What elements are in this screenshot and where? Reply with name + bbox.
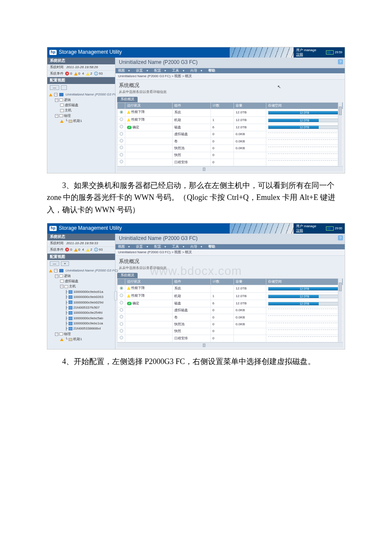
col-space[interactable]: 存储空间	[266, 102, 343, 109]
menu-config[interactable]: 配置 ▾	[154, 245, 169, 249]
row-radio[interactable]	[120, 110, 123, 114]
overview-tab[interactable]: 系统概况	[117, 97, 138, 102]
info-icon: i	[94, 72, 98, 75]
col-space[interactable]: 存储空间	[266, 278, 343, 285]
menu-config[interactable]: 配置 ▾	[154, 69, 169, 72]
minus-icon[interactable]: −	[55, 114, 58, 118]
col-count[interactable]: 计数	[210, 278, 234, 285]
tree-root[interactable]: − Uninitialized Name (P2000 G3 FC)	[49, 268, 113, 273]
menu-view[interactable]: 视图 ▾	[118, 69, 133, 72]
row-radio[interactable]	[120, 146, 123, 149]
table-row[interactable]: 性能下降系统12.0TB12.0TB	[118, 109, 343, 117]
tree-host-item[interactable]: ├ 10000000c9eb0263	[49, 295, 113, 300]
table-row[interactable]: 日程安排0	[118, 335, 343, 342]
overview-tab[interactable]: 系统概况	[117, 273, 138, 278]
row-radio[interactable]	[120, 132, 123, 136]
row-radio[interactable]	[120, 139, 123, 142]
tree-host-item[interactable]: ├ 10000000c9ebc1ca	[49, 321, 113, 326]
menu-view[interactable]: 视图 ▾	[118, 245, 133, 249]
tree-host-item[interactable]: ├ 10000000c9ebc5ab	[49, 316, 113, 321]
tree-logic[interactable]: −逻辑	[49, 98, 113, 103]
vertical-scrollbar[interactable]	[338, 278, 342, 342]
menu-provision[interactable]: 设置 ▾	[136, 245, 150, 249]
logout-link[interactable]: 注销	[296, 228, 303, 232]
menu-help[interactable]: 帮助	[208, 245, 215, 249]
col-count[interactable]: 计数	[210, 102, 234, 109]
col-capacity[interactable]: 容量	[234, 278, 266, 285]
usage-bar	[268, 330, 341, 333]
col-component[interactable]: 组件	[173, 102, 210, 109]
tree-host-item[interactable]: ├ 10000000c9e254fd	[49, 310, 113, 315]
tree-physical[interactable]: −物理	[49, 113, 113, 119]
tree-host[interactable]: −主机	[49, 284, 113, 289]
row-radio[interactable]	[120, 160, 123, 163]
table-row[interactable]: 虚拟磁盘00.0KB	[118, 131, 343, 138]
tree-vdisk[interactable]: 虚拟磁盘	[49, 103, 113, 108]
help-icon[interactable]: ?	[338, 59, 343, 64]
col-health[interactable]: 运行状况	[125, 102, 173, 109]
tree-root[interactable]: − Uninitialized Name (P2000 G3 FC)	[49, 92, 113, 97]
tree-host[interactable]: 主机	[49, 108, 113, 113]
tree-physical[interactable]: −物理	[49, 332, 113, 337]
menu-tools[interactable]: 工具 ▾	[172, 245, 187, 249]
tree-host-item[interactable]: ├ 21fd005337fc507	[49, 305, 113, 310]
menu-provision[interactable]: 设置 ▾	[136, 69, 150, 72]
menu-wizard[interactable]: 向导 ▾	[190, 245, 205, 249]
row-radio[interactable]	[120, 308, 123, 312]
row-radio[interactable]	[120, 315, 123, 318]
table-row[interactable]: 确定磁盘612.0TB12.0TB	[118, 124, 343, 131]
tree-vdisk[interactable]: 虚拟磁盘	[49, 279, 113, 284]
row-radio[interactable]	[120, 322, 123, 326]
logout-link[interactable]: 注销	[296, 52, 303, 56]
tree-enclosure[interactable]: └ 机箱1	[49, 337, 113, 342]
minus-icon[interactable]: −	[54, 269, 58, 272]
menu-help[interactable]: 帮助	[208, 69, 215, 72]
usage-bar	[268, 309, 341, 312]
col-component[interactable]: 组件	[173, 278, 210, 285]
minus-icon[interactable]: −	[55, 332, 58, 336]
collapse-all-button[interactable]: —	[50, 85, 59, 90]
row-radio[interactable]	[120, 118, 123, 121]
table-row[interactable]: 虚拟磁盘00.0KB	[118, 307, 343, 314]
row-radio[interactable]	[120, 125, 123, 128]
horizontal-scrollbar[interactable]	[117, 166, 343, 171]
horizontal-scrollbar[interactable]	[117, 342, 343, 347]
menu-wizard[interactable]: 向导 ▾	[190, 69, 205, 72]
collapse-all-button[interactable]: —	[50, 261, 59, 266]
table-row[interactable]: 快照池00.0KB	[118, 145, 343, 152]
minus-icon[interactable]: −	[55, 98, 58, 102]
table-row[interactable]: 卷00.0KB	[118, 138, 343, 145]
row-radio[interactable]	[120, 294, 123, 297]
table-row[interactable]: 快照池00.0KB	[118, 321, 343, 328]
minus-icon[interactable]: −	[60, 285, 63, 288]
tree-host-item[interactable]: ├ 10000000c9eb029d	[49, 300, 113, 305]
expand-all-button[interactable]	[61, 85, 67, 90]
table-row[interactable]: 日程安排0	[118, 159, 343, 166]
tree-host-item[interactable]: ├ 10000000c9ebc61a	[49, 289, 113, 295]
system-events-row[interactable]: 系统事件 ✕ 0 0 4 2 i 93	[47, 247, 115, 253]
expand-all-button[interactable]: +	[61, 261, 69, 266]
tree-logic[interactable]: −逻辑	[49, 274, 113, 279]
table-row[interactable]: 性能下降机箱112.0TB12.0TB	[118, 116, 343, 124]
minus-icon[interactable]: −	[55, 275, 58, 278]
table-row[interactable]: 确定磁盘612.0TB12.0TB	[118, 300, 343, 307]
table-row[interactable]: 性能下降机箱112.0TB12.0TB	[118, 292, 343, 300]
row-radio[interactable]	[120, 286, 123, 290]
table-row[interactable]: 性能下降系统12.0TB12.0TB	[118, 285, 343, 293]
row-radio[interactable]	[120, 336, 123, 339]
system-events-row[interactable]: 系统事件 ✕ 0 0 4 2 i 93	[47, 71, 115, 77]
table-row[interactable]: 卷00.0KB	[118, 314, 343, 321]
menu-tools[interactable]: 工具 ▾	[172, 69, 187, 72]
row-radio[interactable]	[120, 153, 123, 156]
row-radio[interactable]	[120, 301, 123, 304]
table-row[interactable]: 快照0	[118, 152, 343, 159]
row-radio[interactable]	[120, 329, 123, 332]
help-icon[interactable]: ?	[338, 235, 343, 240]
col-capacity[interactable]: 容量	[234, 102, 266, 109]
tree-enclosure[interactable]: └ 机箱1	[49, 119, 113, 124]
vertical-scrollbar[interactable]	[338, 102, 342, 166]
tree-host-item[interactable]: ├ 21fd005338668bd	[49, 326, 113, 331]
col-health[interactable]: 运行状况	[125, 278, 173, 285]
table-row[interactable]: 快照0	[118, 328, 343, 335]
minus-icon[interactable]: −	[54, 93, 58, 96]
